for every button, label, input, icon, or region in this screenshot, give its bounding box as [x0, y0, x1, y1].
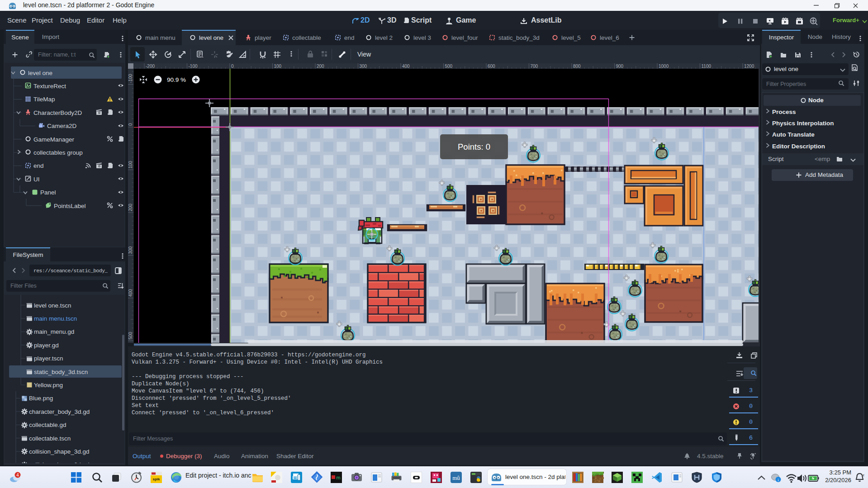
svg-text:-100: -100 — [189, 64, 198, 69]
svg-text:mû: mû — [452, 474, 460, 481]
svg-text:400: 400 — [402, 64, 410, 69]
svg-text:Points: 0: Points: 0 — [458, 142, 490, 152]
svg-text:0: 0 — [231, 64, 234, 69]
svg-text:4: 4 — [16, 473, 19, 478]
svg-text:spik: spik — [152, 477, 160, 481]
svg-text:1100: 1100 — [702, 64, 711, 69]
svg-text:500: 500 — [128, 332, 133, 339]
svg-text:200: 200 — [317, 64, 324, 69]
svg-text:1200: 1200 — [744, 64, 754, 69]
svg-text:100: 100 — [274, 64, 282, 69]
svg-text:800: 800 — [573, 64, 581, 69]
svg-text:900: 900 — [616, 64, 624, 69]
svg-text:600: 600 — [488, 64, 495, 69]
svg-text:400: 400 — [128, 289, 133, 297]
svg-text:300: 300 — [128, 246, 133, 254]
svg-text:1000: 1000 — [659, 64, 669, 69]
svg-text:z: z — [863, 473, 864, 477]
svg-text:300: 300 — [360, 64, 367, 69]
svg-text:0: 0 — [128, 123, 133, 126]
svg-text:700: 700 — [531, 64, 538, 69]
svg-text:90.9 %: 90.9 % — [167, 76, 186, 83]
svg-text:100: 100 — [128, 161, 133, 168]
svg-text:500: 500 — [445, 64, 453, 69]
svg-text:m: m — [336, 475, 340, 480]
svg-text:-100: -100 — [128, 74, 133, 83]
svg-text:200: 200 — [128, 204, 133, 211]
svg-text:-200: -200 — [146, 64, 155, 69]
